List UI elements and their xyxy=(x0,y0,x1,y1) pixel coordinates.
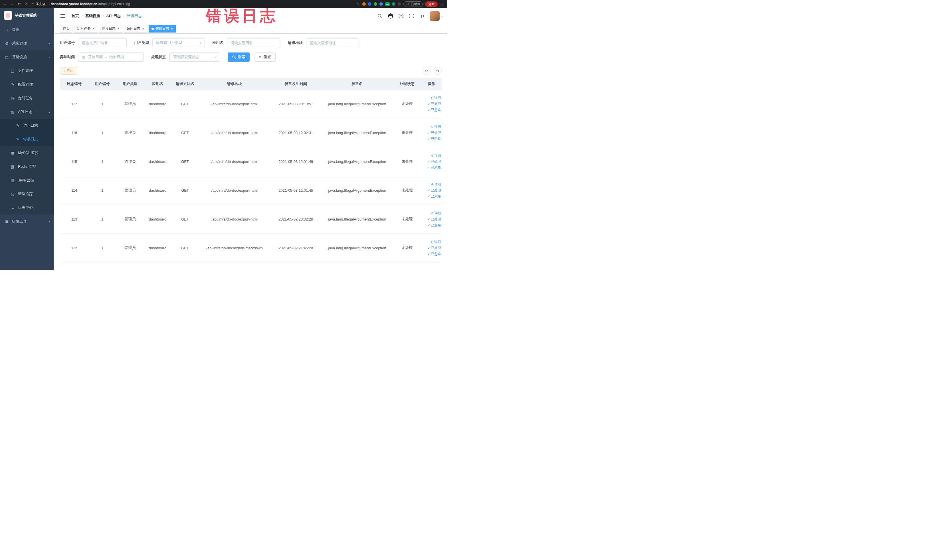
breadcrumb-infrastructure[interactable]: 基础设施 xyxy=(85,14,100,18)
extension-leaf-icon[interactable] xyxy=(392,2,395,6)
detail-link[interactable]: ⊙详细 xyxy=(423,124,441,130)
column-settings-button[interactable]: ⚙ xyxy=(433,67,442,75)
extension-green-circle[interactable] xyxy=(374,2,377,6)
sidebar-item-dev-tools[interactable]: ▣ 研发工具 ▾ xyxy=(0,215,54,228)
chevron-up-icon: ▴ xyxy=(49,56,50,59)
check-icon: ✓ xyxy=(427,223,430,227)
check-icon: ✓ xyxy=(427,195,430,198)
breadcrumb-home[interactable]: 首页 xyxy=(72,14,79,18)
sidebar-item-mysql-monitor[interactable]: ▦ MySQL 监控 xyxy=(0,146,54,160)
processed-link[interactable]: ✓已处理 xyxy=(423,101,441,107)
ignored-link[interactable]: ✓已忽略 xyxy=(423,136,441,142)
sidebar-item-system-management[interactable]: ⚙ 系统管理 ▾ xyxy=(0,37,54,50)
processed-link[interactable]: ✓已处理 xyxy=(423,216,441,222)
refresh-table-button[interactable]: ⟳ xyxy=(423,67,431,75)
extension-dark-circle[interactable] xyxy=(398,2,401,6)
detail-link[interactable]: ⊙详细 xyxy=(423,239,441,245)
eye-icon: ⊙ xyxy=(431,211,433,215)
request-url-input[interactable] xyxy=(310,41,355,45)
process-status-select[interactable]: 请选择处理状态 ▾ xyxy=(169,52,220,62)
sidebar-item-infrastructure[interactable]: ▤ 基础设施 ▴ xyxy=(0,50,54,64)
sidebar-item-error-log[interactable]: ✎ 错误日志 xyxy=(0,132,54,146)
sidebar-item-label: 配置管理 xyxy=(18,82,33,87)
tab-access-log[interactable]: 访问日志 × xyxy=(124,25,147,32)
sidebar-item-access-log[interactable]: ✎ 访问日志 xyxy=(0,119,54,132)
back-icon[interactable]: ← xyxy=(3,2,8,6)
ignored-link[interactable]: ✓已忽略 xyxy=(423,107,441,113)
bookmark-star-icon[interactable]: ☆ xyxy=(356,2,360,6)
font-size-icon[interactable]: TT xyxy=(419,13,425,19)
extension-grid-icon[interactable] xyxy=(379,2,383,6)
sidebar-item-redis-monitor[interactable]: ▩ Redis 监控 xyxy=(0,160,54,174)
forward-icon[interactable]: → xyxy=(10,2,15,6)
extension-on-badge[interactable]: on xyxy=(385,2,390,6)
github-icon[interactable] xyxy=(388,13,394,19)
detail-link[interactable]: ⊙详细 xyxy=(423,182,441,188)
reload-icon[interactable]: ⟳ xyxy=(17,2,22,6)
sidebar-item-file-management[interactable]: ▢ 文件管理 xyxy=(0,64,54,78)
filter-label: 用户类型 xyxy=(134,40,152,45)
table-row: 113 1 管理员 dashboard GET /api/infra/db-do… xyxy=(60,205,442,233)
fullscreen-icon[interactable] xyxy=(409,13,415,19)
extension-blue-circle[interactable] xyxy=(368,2,371,6)
close-icon[interactable]: × xyxy=(92,27,95,31)
reset-button[interactable]: ⟳ 重置 xyxy=(254,52,276,62)
sidebar-item-cron-jobs[interactable]: ◷ 定时任务 xyxy=(0,91,54,105)
update-button[interactable]: 更新 xyxy=(425,2,438,7)
detail-label: 详细 xyxy=(434,125,441,129)
cell-time: 2021-05-03 12:01:49 xyxy=(270,159,322,164)
processed-link[interactable]: ✓已处理 xyxy=(423,159,441,165)
sidebar-item-label: 系统管理 xyxy=(12,41,27,46)
close-icon[interactable]: × xyxy=(171,27,173,31)
close-icon[interactable]: × xyxy=(117,27,119,31)
kebab-menu-icon[interactable]: ⋮ xyxy=(440,2,444,6)
export-button[interactable]: ↓ 导出 xyxy=(60,67,77,75)
app-logo[interactable]: 芋道管理系统 xyxy=(0,8,54,23)
tab-label: 首页 xyxy=(63,26,70,31)
processed-link[interactable]: ✓已处理 xyxy=(423,188,441,194)
extension-orange-circle[interactable] xyxy=(362,2,366,6)
user-type-select[interactable]: 请选择用户类型 ▾ xyxy=(152,38,205,47)
processed-label: 已处理 xyxy=(431,159,441,163)
cell-user-id: 1 xyxy=(89,246,116,250)
sidebar-item-config-management[interactable]: ✎ 配置管理 xyxy=(0,78,54,91)
sidebar-item-label: 定时任务 xyxy=(18,96,33,101)
filter-label: 应用名 xyxy=(212,40,227,45)
user-id-input[interactable] xyxy=(82,41,123,45)
sidebar-item-api-log[interactable]: ▧ API 日志 ▴ xyxy=(0,105,54,119)
mysql-icon: ▦ xyxy=(10,151,15,155)
tab-error-log[interactable]: 错误日志 × xyxy=(149,25,176,32)
detail-label: 详细 xyxy=(434,182,441,186)
sidebar-item-tracing[interactable]: ◎ 链路追踪 xyxy=(0,187,54,201)
date-range-picker[interactable]: ▦ 开始日期 - 结束日期 xyxy=(78,52,144,62)
detail-link[interactable]: ⊙详细 xyxy=(423,95,441,101)
breadcrumb-api-log[interactable]: API 日志 xyxy=(106,14,121,18)
user-menu[interactable]: ▾ xyxy=(430,11,443,21)
close-icon[interactable]: × xyxy=(142,27,144,31)
detail-link[interactable]: ⊙详细 xyxy=(423,153,441,159)
sidebar-item-home[interactable]: ⌂ 首页 xyxy=(0,23,54,37)
processed-link[interactable]: ✓已处理 xyxy=(423,130,441,136)
browser-home-icon[interactable]: ⌂ xyxy=(24,2,29,6)
tab-cron-jobs[interactable]: 定时任务 × xyxy=(74,25,97,32)
search-button[interactable]: 搜索 xyxy=(227,52,250,62)
tab-home[interactable]: 首页 xyxy=(60,25,72,32)
sidebar-item-log-center[interactable]: ≡ 日志中心 xyxy=(0,201,54,215)
paused-badge[interactable]: ☺ 已暂停 xyxy=(403,2,423,7)
detail-link[interactable]: ⊙详细 xyxy=(423,210,441,216)
processed-label: 已处理 xyxy=(431,188,441,192)
help-icon[interactable]: ? xyxy=(398,13,404,19)
ignored-link[interactable]: ✓已忽略 xyxy=(423,165,441,171)
app-name-input[interactable] xyxy=(230,41,277,45)
address-bar[interactable]: dashboard.yudao.iocoder.cn/infra/log/api… xyxy=(51,2,353,6)
hamburger-icon[interactable] xyxy=(61,16,65,16)
ignored-link[interactable]: ✓已忽略 xyxy=(423,251,441,257)
sidebar-item-java-monitor[interactable]: ▥ Java 监控 xyxy=(0,174,54,187)
cell-app-name: dashboard xyxy=(144,102,171,106)
security-indicator[interactable]: ⚠ 不安全 xyxy=(31,2,45,6)
tab-schedule-log[interactable]: 调度日志 × xyxy=(99,25,122,32)
ignored-link[interactable]: ✓已忽略 xyxy=(423,194,441,200)
processed-link[interactable]: ✓已处理 xyxy=(423,245,441,251)
search-icon[interactable] xyxy=(377,13,383,19)
ignored-link[interactable]: ✓已忽略 xyxy=(423,222,441,228)
